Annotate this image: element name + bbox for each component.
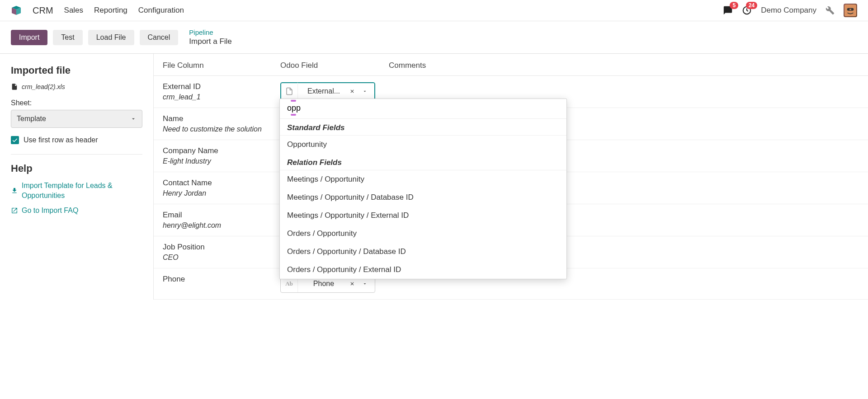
row-sample: CEO [163, 253, 280, 262]
nav-reporting[interactable]: Reporting [94, 6, 127, 15]
nav-configuration[interactable]: Configuration [138, 6, 184, 15]
messages-icon[interactable]: 5 [723, 5, 733, 15]
caret-down-icon[interactable] [362, 281, 375, 286]
breadcrumb-pipeline[interactable]: Pipeline [189, 28, 231, 36]
filename: crm_lead(2).xls [22, 83, 65, 90]
sheet-value: Template [17, 115, 46, 123]
test-button[interactable]: Test [53, 30, 82, 45]
dropdown-option[interactable]: Opportunity [280, 136, 566, 154]
app-name[interactable]: CRM [33, 5, 53, 16]
row-sample: Need to customize the solution [163, 125, 280, 133]
sheet-label: Sheet: [11, 99, 142, 107]
dropdown-search-input[interactable] [287, 103, 559, 113]
field-dropdown: Standard Fields Opportunity Relation Fie… [279, 99, 567, 279]
download-icon [11, 187, 18, 194]
col-header-file: File Column [163, 61, 280, 70]
breadcrumb: Pipeline Import a File [189, 28, 231, 46]
row-label: External ID [163, 82, 280, 91]
odoo-field-select[interactable]: External... [280, 82, 375, 100]
debug-icon[interactable] [826, 6, 835, 15]
field-selected-text: External... [298, 87, 349, 95]
load-file-button[interactable]: Load File [88, 30, 134, 45]
row-sample: E-light Industry [163, 157, 280, 165]
dropdown-option[interactable]: Meetings / Opportunity / External ID [280, 207, 566, 225]
file-type-icon [281, 83, 298, 100]
cancel-button[interactable]: Cancel [140, 30, 179, 45]
clear-field-icon[interactable] [349, 89, 362, 94]
nav-sales[interactable]: Sales [64, 6, 84, 15]
imported-file-title: Imported file [11, 65, 142, 76]
dropdown-option[interactable]: Orders / Opportunity / Database ID [280, 243, 566, 261]
dropdown-group-standard: Standard Fields [280, 119, 566, 136]
row-label: Contact Name [163, 178, 280, 188]
use-header-checkbox[interactable] [11, 136, 19, 144]
row-label: Company Name [163, 146, 280, 155]
breadcrumb-current: Import a File [189, 37, 231, 46]
use-header-label: Use first row as header [24, 136, 98, 144]
messages-badge: 5 [730, 2, 738, 9]
external-link-icon [11, 207, 18, 214]
dropdown-option[interactable]: Orders / Opportunity [280, 225, 566, 243]
help-title: Help [11, 163, 142, 174]
row-sample: henry@elight.com [163, 221, 280, 230]
activities-icon[interactable]: 24 [742, 5, 752, 15]
row-label: Job Position [163, 243, 280, 252]
chevron-down-icon [130, 116, 137, 122]
company-switcher[interactable]: Demo Company [761, 6, 816, 15]
dropdown-option[interactable]: Meetings / Opportunity [280, 170, 566, 188]
caret-down-icon[interactable] [362, 89, 375, 94]
row-label: Name [163, 114, 280, 123]
dropdown-group-relation: Relation Fields [280, 154, 566, 170]
row-label: Phone [163, 275, 280, 284]
field-selected-text: Phone [298, 280, 349, 288]
col-header-odoo: Odoo Field [280, 61, 389, 70]
file-icon [11, 83, 18, 91]
activities-badge: 24 [746, 2, 757, 9]
sheet-select[interactable]: Template [11, 110, 142, 128]
row-sample: crm_lead_1 [163, 93, 280, 101]
row-sample: Henry Jordan [163, 189, 280, 197]
import-template-link[interactable]: Import Template for Leads & Opportunitie… [11, 181, 142, 201]
import-faq-link[interactable]: Go to Import FAQ [11, 207, 142, 215]
app-logo[interactable] [11, 5, 22, 16]
clear-field-icon[interactable] [349, 281, 362, 286]
col-header-comments: Comments [389, 61, 859, 70]
row-label: Email [163, 211, 280, 220]
user-avatar[interactable] [844, 4, 857, 17]
dropdown-option[interactable]: Orders / Opportunity / External ID [280, 261, 566, 279]
dropdown-option[interactable]: Meetings / Opportunity / Database ID [280, 188, 566, 207]
import-button[interactable]: Import [11, 30, 47, 45]
